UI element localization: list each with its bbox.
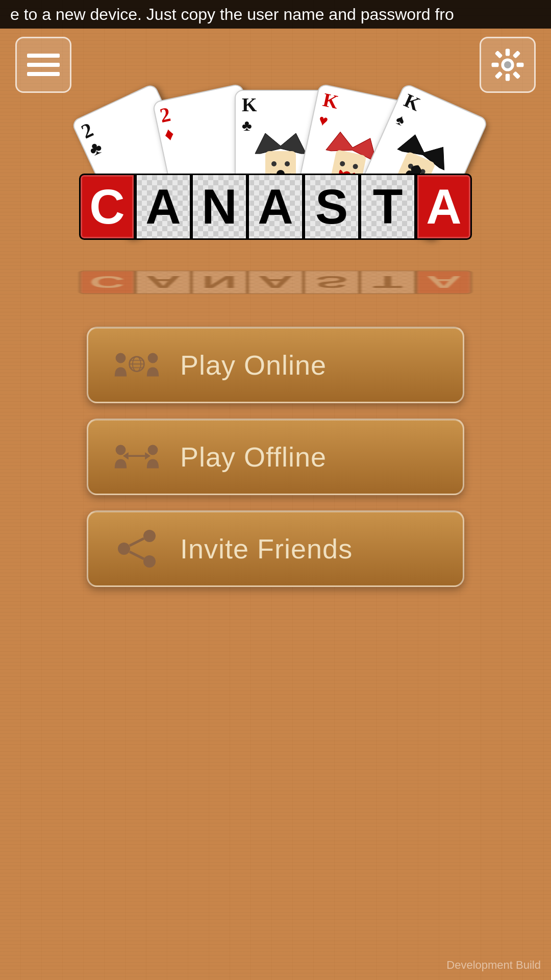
svg-point-12 xyxy=(271,161,277,166)
svg-point-41 xyxy=(148,445,158,455)
logo-letter-a2: A xyxy=(247,174,304,240)
logo-letter-a3: A xyxy=(416,174,472,240)
svg-rect-4 xyxy=(492,63,499,67)
dev-build-label: Development Build xyxy=(446,959,541,972)
svg-rect-2 xyxy=(506,49,510,56)
svg-point-37 xyxy=(116,445,126,455)
menu-button[interactable] xyxy=(15,37,71,93)
svg-rect-3 xyxy=(506,74,510,81)
online-icon xyxy=(114,350,160,380)
menu-bar-3 xyxy=(27,72,60,76)
logo-letter-t: T xyxy=(360,174,416,240)
svg-point-44 xyxy=(118,543,130,555)
play-offline-button[interactable]: Play Offline xyxy=(87,419,464,495)
notification-bar: e to a new device. Just copy the user na… xyxy=(0,0,551,29)
svg-point-42 xyxy=(143,530,156,542)
logo-letter-n: N xyxy=(191,174,247,240)
invite-friends-button[interactable]: Invite Friends xyxy=(87,510,464,587)
svg-rect-8 xyxy=(495,71,503,79)
logo-letter-a1: A xyxy=(135,174,191,240)
svg-point-36 xyxy=(148,353,158,363)
buttons-area: Play Online Play Offline xyxy=(87,327,464,587)
invite-friends-label: Invite Friends xyxy=(180,533,353,565)
gear-icon xyxy=(490,47,525,83)
menu-bar-1 xyxy=(27,54,60,58)
logo-area: C A N A S T A xyxy=(79,174,472,240)
play-online-button[interactable]: Play Online xyxy=(87,327,464,403)
play-online-label: Play Online xyxy=(180,349,327,381)
svg-line-46 xyxy=(130,552,144,559)
offline-icon xyxy=(114,442,160,472)
logo-letter-s: S xyxy=(304,174,360,240)
share-icon xyxy=(114,528,160,569)
svg-point-43 xyxy=(143,555,156,568)
svg-point-1 xyxy=(504,61,511,68)
svg-rect-6 xyxy=(495,51,503,59)
svg-marker-10 xyxy=(255,133,306,154)
settings-button[interactable] xyxy=(480,37,536,93)
logo-reflection: C A N A S T A xyxy=(79,271,472,294)
svg-rect-7 xyxy=(513,51,521,59)
play-offline-label: Play Offline xyxy=(180,441,327,473)
svg-rect-5 xyxy=(517,63,524,67)
svg-rect-9 xyxy=(513,71,521,79)
svg-point-30 xyxy=(116,353,126,363)
svg-point-13 xyxy=(285,161,290,166)
menu-bar-2 xyxy=(27,63,60,67)
svg-line-45 xyxy=(130,538,144,546)
logo-letter-c: C xyxy=(79,174,135,240)
notification-text: e to a new device. Just copy the user na… xyxy=(10,5,454,24)
